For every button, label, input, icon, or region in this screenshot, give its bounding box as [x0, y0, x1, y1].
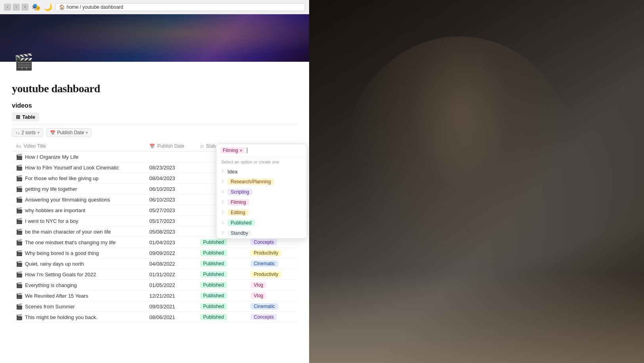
table-row[interactable]: 🎬Scenes from Summer09/03/2021PublishedCi… [12, 301, 297, 312]
option-label: Standby [227, 230, 251, 236]
back-button[interactable]: ‹ [4, 4, 11, 11]
table-icon: ⊞ [16, 114, 20, 120]
address-bar[interactable]: 🏠 home / youtube dashboard [55, 3, 305, 11]
type-badge: Vlog [250, 293, 266, 299]
cell-date: 05/17/2023 [145, 216, 196, 226]
row-icon-glyph: 🎬 [16, 196, 23, 203]
cell-type: Vlog [247, 280, 297, 291]
cell-title: 🎬The one mindset that's changing my life [12, 237, 145, 248]
cell-title: 🎬why hobbies are important [12, 205, 145, 216]
cell-date: 05/27/2023 [145, 205, 196, 216]
option-label: Editing [227, 209, 248, 216]
dropdown-option[interactable]: ⠿Idea [216, 167, 307, 177]
row-icon-glyph: 🎬 [16, 218, 23, 224]
page-title: youtube dashboard [12, 82, 297, 95]
dropdown-option[interactable]: ⠿Filming [216, 197, 307, 207]
dropdown-option[interactable]: ⠿Standby [216, 228, 307, 238]
status-badge: Published [200, 271, 227, 277]
option-badge: Editing [227, 209, 248, 216]
option-badge: Standby [227, 230, 251, 236]
video-title: getting my life together [25, 186, 77, 192]
cell-type: Productivity [247, 269, 297, 280]
notion-panel: ‹ › + 🎭 🌙 🏠 home / youtube dashboard 🎬 y… [0, 0, 309, 363]
view-bar: ⊞ Table [12, 112, 297, 124]
section-title: videos [12, 102, 297, 109]
table-row[interactable]: 🎬Why being bored is a good thing09/09/20… [12, 248, 297, 258]
video-title: Everything is changing [25, 282, 77, 288]
cell-type: Concepts [247, 312, 297, 323]
row-icon-glyph: 🎬 [16, 282, 23, 288]
dropdown-option[interactable]: ⠿Research/Planning [216, 177, 307, 187]
table-row[interactable]: 🎬We Reunited After 15 Years12/21/2021Pub… [12, 291, 297, 301]
type-badge: Vlog [250, 282, 266, 288]
right-panel [309, 0, 644, 363]
drag-handle-icon: ⠿ [221, 169, 224, 174]
cell-status: Published [196, 291, 247, 301]
remove-filming-tag[interactable]: × [240, 148, 242, 153]
breadcrumb: home / youtube dashboard [67, 4, 123, 10]
date-filter-chip[interactable]: 📅 Publish Date ▾ [46, 128, 92, 137]
cell-title: 🎬Answering your filmmaking questions [12, 194, 145, 205]
cell-status: Published [196, 269, 247, 280]
video-title: For those who feel like giving up [25, 175, 99, 181]
cell-type: Productivity [247, 248, 297, 258]
cell-status: Published [196, 248, 247, 258]
cell-date: 08/06/2021 [145, 312, 196, 323]
cell-title: 🎬We Reunited After 15 Years [12, 291, 145, 301]
cell-title: 🎬How to Film Yourself and Look Cinematic [12, 162, 145, 173]
video-title: Why being bored is a good thing [25, 250, 99, 256]
row-icon-glyph: 🎬 [16, 164, 23, 171]
cell-date: 05/08/2023 [145, 226, 196, 237]
status-badge: Published [200, 260, 227, 267]
status-dropdown: Filming × Select an option or create one… [216, 144, 307, 239]
cell-date: 06/10/2023 [145, 184, 196, 194]
option-badge: Research/Planning [227, 179, 274, 185]
dropdown-option[interactable]: ⠿Scripting [216, 187, 307, 197]
table-view-tab[interactable]: ⊞ Table [12, 112, 39, 122]
drag-handle-icon: ⠿ [221, 200, 224, 205]
status-badge: Published [200, 282, 227, 288]
page-icon: 🎬 [12, 50, 36, 74]
search-cursor [247, 148, 247, 153]
cell-type: Cinematic [247, 301, 297, 312]
type-badge: Productivity [250, 250, 281, 256]
table-row[interactable]: 🎬How I'm Setting Goals for 202201/31/202… [12, 269, 297, 280]
video-title: I went to NYC for a boy [25, 218, 78, 224]
option-badge: Scripting [227, 189, 252, 195]
cell-title: 🎬How I Organize My Life [12, 152, 145, 162]
forward-button[interactable]: › [13, 4, 20, 11]
cell-status: Published [196, 312, 247, 323]
type-badge: Cinematic [250, 303, 278, 310]
status-badge: Published [200, 314, 227, 320]
cell-title: 🎬Quiet, rainy days up north [12, 258, 145, 269]
cell-title: 🎬getting my life together [12, 184, 145, 194]
dropdown-option[interactable]: ⠿Published [216, 218, 307, 228]
table-row[interactable]: 🎬Everything is changing01/05/2022Publish… [12, 280, 297, 291]
table-row[interactable]: 🎬This might be holding you back.08/06/20… [12, 312, 297, 323]
type-badge: Cinematic [250, 260, 278, 267]
cell-date [145, 152, 196, 162]
filter-bar: ↑↓ 2 sorts ▾ 📅 Publish Date ▾ [12, 128, 297, 137]
row-icon-glyph: 🎬 [16, 250, 23, 256]
cell-title: 🎬For those who feel like giving up [12, 173, 145, 184]
video-title: Answering your filmmaking questions [25, 197, 110, 203]
video-title: How I'm Setting Goals for 2022 [25, 272, 96, 277]
video-title: Scenes from Summer [25, 304, 75, 310]
drag-handle-icon: ⠿ [221, 231, 224, 236]
cell-date: 01/04/2023 [145, 237, 196, 248]
table-row[interactable]: 🎬Quiet, rainy days up north04/08/2022Pub… [12, 258, 297, 269]
status-badge: Published [200, 293, 227, 299]
sort-filter-chip[interactable]: ↑↓ 2 sorts ▾ [12, 128, 43, 137]
cover-image [0, 14, 309, 62]
new-tab-button[interactable]: + [21, 4, 29, 11]
dropdown-option[interactable]: ⠿Editing [216, 207, 307, 218]
status-badge: Published [200, 250, 227, 256]
row-icon-glyph: 🎬 [16, 207, 23, 213]
video-title: This might be holding you back. [25, 314, 97, 320]
cell-type: Cinematic [247, 258, 297, 269]
cell-status: Published [196, 301, 247, 312]
person-highlight [343, 36, 577, 291]
video-title: How to Film Yourself and Look Cinematic [25, 165, 119, 171]
row-icon-glyph: 🎬 [16, 314, 23, 320]
status-badge: Published [200, 239, 227, 245]
